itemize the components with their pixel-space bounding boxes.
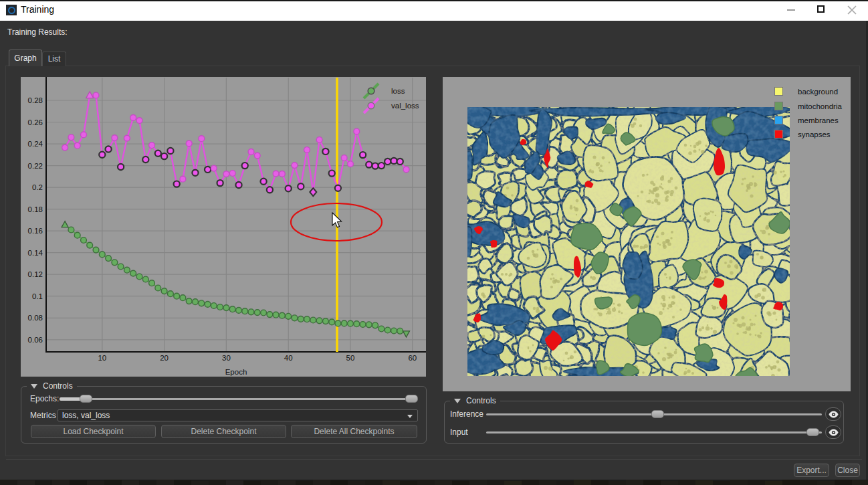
svg-text:0.14: 0.14 [28, 249, 43, 257]
svg-text:0.06: 0.06 [28, 336, 43, 344]
svg-text:50: 50 [346, 354, 355, 362]
svg-text:0.16: 0.16 [28, 227, 43, 235]
svg-text:loss: loss [391, 87, 405, 95]
svg-text:0.22: 0.22 [28, 162, 43, 170]
svg-text:0.12: 0.12 [28, 270, 43, 278]
svg-text:0.1: 0.1 [32, 292, 43, 300]
svg-text:0.2: 0.2 [32, 183, 43, 191]
svg-text:10: 10 [98, 354, 106, 362]
svg-text:40: 40 [284, 354, 293, 362]
svg-text:Epoch: Epoch [225, 368, 247, 376]
svg-text:0.28: 0.28 [28, 96, 43, 104]
svg-text:30: 30 [222, 354, 231, 362]
svg-text:0.18: 0.18 [28, 205, 43, 213]
svg-text:60: 60 [408, 354, 417, 362]
svg-text:val_loss: val_loss [391, 102, 419, 110]
svg-text:0.26: 0.26 [28, 118, 43, 126]
svg-text:0.24: 0.24 [28, 140, 43, 148]
svg-text:0.08: 0.08 [28, 314, 43, 322]
svg-text:20: 20 [160, 354, 169, 362]
